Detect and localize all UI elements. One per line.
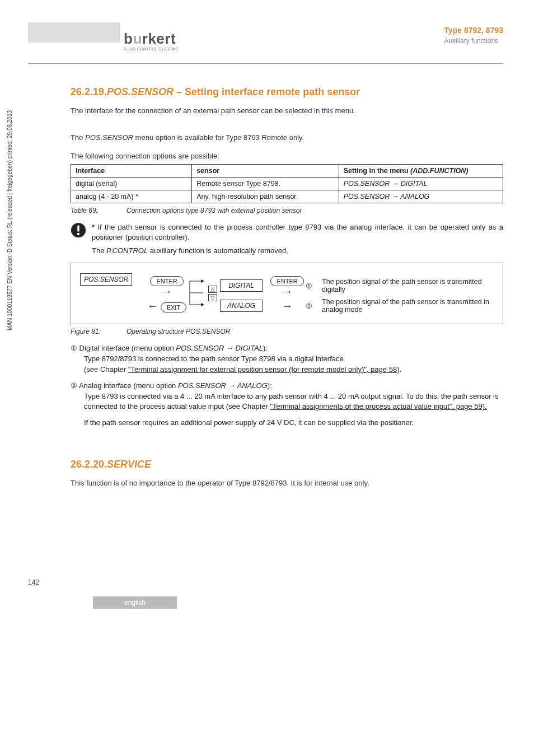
logo-text: burkert bbox=[124, 30, 179, 48]
diagram-desc-1: The position signal of the path sensor i… bbox=[314, 273, 494, 298]
options-table: Interface sensor Setting in the menu (AD… bbox=[71, 164, 503, 203]
interface-list: ① Digital interface (menu option POS.SEN… bbox=[71, 343, 503, 428]
circled-1: ① bbox=[306, 282, 312, 290]
caption-label: Figure 81: bbox=[71, 328, 127, 335]
section-heading-1: 26.2.19.POS.SENSOR – Setting interface r… bbox=[71, 86, 503, 98]
text-italic: POS.SENSOR → DIGITAL bbox=[176, 344, 263, 352]
text: Digital interface (menu option bbox=[77, 344, 176, 352]
text-italic: POS.SENSOR → ANALOG bbox=[178, 381, 268, 390]
box-digital: DIGITAL bbox=[220, 279, 263, 292]
operating-structure-diagram: POS.SENSOR ENTER → bbox=[71, 263, 503, 324]
table-header: Setting in the menu (ADD.FUNCTION) bbox=[339, 164, 503, 177]
type-line: Type 8792, 8793 bbox=[444, 26, 503, 35]
list-item: ② Analog interface (menu option POS.SENS… bbox=[71, 381, 503, 428]
text: The bbox=[92, 246, 106, 255]
section-keyword: POS.SENSOR bbox=[107, 86, 174, 97]
text: If the path sensor requires an additiona… bbox=[71, 418, 503, 428]
aux-line: Auxiliary functions bbox=[444, 37, 503, 45]
note-text: * If the path sensor is connected to the… bbox=[92, 222, 503, 244]
language-tab: english bbox=[93, 596, 177, 609]
text: ): bbox=[263, 344, 268, 352]
caption-text: Connection options type 8793 with extern… bbox=[127, 207, 302, 214]
warning-icon bbox=[71, 222, 86, 240]
paragraph: The interface for the connection of an e… bbox=[71, 106, 503, 116]
table-cell: Remote sensor Type 8798. bbox=[192, 177, 339, 190]
text: ): bbox=[268, 381, 272, 390]
table-header: Interface bbox=[71, 164, 192, 177]
table-cell: Any, high-resolution path sensor. bbox=[192, 190, 339, 203]
table-row: analog (4 - 20 mA) * Any, high-resolutio… bbox=[71, 190, 503, 203]
section-rest: – Setting interface remote path sensor bbox=[174, 86, 360, 97]
logo: burkert FLUID CONTROL SYSTEMS bbox=[124, 30, 179, 51]
paragraph: The following connection options are pos… bbox=[71, 151, 503, 162]
text: ). bbox=[397, 365, 401, 374]
doc-id-vertical: MAN 1000118577 EN Version: D Status: RL … bbox=[7, 110, 13, 330]
star: * bbox=[92, 223, 95, 231]
text: Analog interface (menu option bbox=[77, 381, 178, 390]
section-num: 26.2.20. bbox=[71, 459, 107, 470]
table-cell: digital (serial) bbox=[71, 177, 192, 190]
text: Type 8792/8793 is connected to the path … bbox=[71, 354, 503, 365]
caption-text: Operating structure POS.SENSOR bbox=[127, 328, 230, 335]
box-pos-sensor: POS.SENSOR bbox=[80, 273, 132, 286]
text-italic: P.CONTROL bbox=[106, 246, 148, 255]
diagram-desc-2: The position signal of the path sensor i… bbox=[314, 298, 494, 314]
warning-note: * If the path sensor is connected to the… bbox=[71, 222, 503, 244]
caption-label: Table 69: bbox=[71, 207, 127, 214]
text: The bbox=[71, 133, 85, 142]
paragraph: The POS.SENSOR menu option is available … bbox=[71, 133, 503, 143]
page-number: 142 bbox=[28, 578, 39, 586]
section-num: 26.2.19. bbox=[71, 86, 107, 97]
table-row: digital (serial) Remote sensor Type 8798… bbox=[71, 177, 503, 190]
paragraph: This function is of no importance to the… bbox=[71, 478, 503, 489]
text: (see Chapter bbox=[84, 365, 128, 374]
figure-caption: Figure 81:Operating structure POS.SENSOR bbox=[71, 328, 503, 335]
table-cell: analog (4 - 20 mA) * bbox=[71, 190, 192, 203]
link-text: "Terminal assignments of the process act… bbox=[270, 402, 486, 410]
section-keyword: SERVICE bbox=[107, 459, 151, 470]
section-heading-2: 26.2.20.SERVICE bbox=[71, 459, 503, 470]
circled-1: ① bbox=[71, 344, 77, 352]
table-header: sensor bbox=[192, 164, 339, 177]
text: Setting in the menu bbox=[344, 167, 410, 175]
table-cell: POS.SENSOR → DIGITAL bbox=[339, 177, 503, 190]
list-item: ① Digital interface (menu option POS.SEN… bbox=[71, 343, 503, 375]
text: auxiliary function is automatically remo… bbox=[148, 246, 288, 255]
text-italic: (ADD.FUNCTION) bbox=[410, 167, 468, 175]
link-text: "Terminal assignment for external positi… bbox=[128, 365, 397, 374]
text: If the path sensor is connected to the p… bbox=[92, 223, 503, 242]
text: menu option is available for Type 8793 R… bbox=[133, 133, 304, 142]
exit-pill: EXIT bbox=[161, 302, 186, 312]
svg-rect-1 bbox=[77, 225, 79, 231]
circled-2: ② bbox=[71, 381, 77, 390]
grey-tab bbox=[28, 22, 120, 43]
page-header: burkert FLUID CONTROL SYSTEMS Type 8792,… bbox=[28, 22, 503, 64]
table-caption: Table 69:Connection options type 8793 wi… bbox=[71, 207, 503, 214]
circled-2: ② bbox=[306, 302, 312, 310]
svg-point-2 bbox=[77, 232, 79, 235]
text-italic: POS.SENSOR bbox=[85, 133, 133, 142]
logo-subtext: FLUID CONTROL SYSTEMS bbox=[124, 47, 179, 51]
box-analog: ANALOG bbox=[220, 300, 263, 312]
table-cell: POS.SENSOR → ANALOG bbox=[339, 190, 503, 203]
note-subtext: The P.CONTROL auxiliary function is auto… bbox=[92, 246, 503, 255]
fork-icon bbox=[188, 276, 204, 310]
